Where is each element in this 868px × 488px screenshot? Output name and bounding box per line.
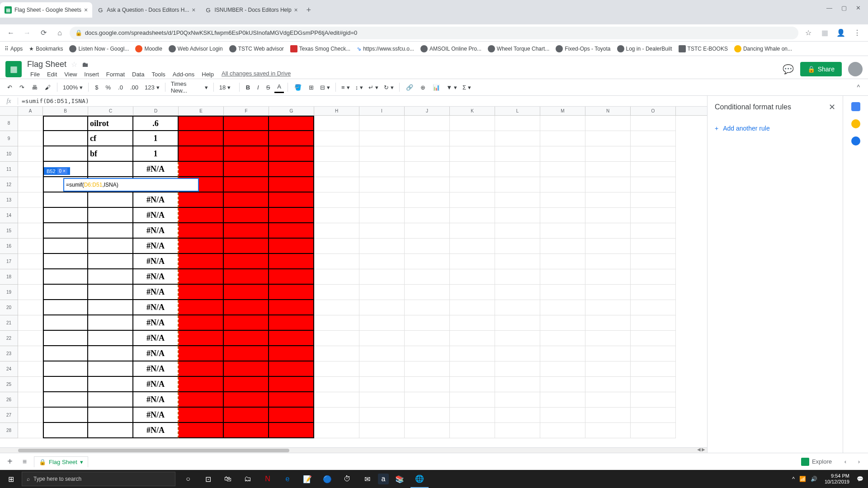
cell[interactable]: [314, 392, 359, 408]
cell[interactable]: [540, 131, 585, 146]
cell[interactable]: [179, 331, 224, 346]
cell[interactable]: [405, 239, 450, 254]
bookmark-item[interactable]: Dancing Whale on...: [734, 45, 792, 52]
cell[interactable]: [631, 146, 676, 162]
cell[interactable]: [540, 315, 585, 331]
cell[interactable]: [359, 331, 405, 346]
cell[interactable]: [269, 177, 314, 192]
cell[interactable]: #N/A: [133, 208, 179, 223]
cell[interactable]: [450, 285, 495, 300]
cell[interactable]: [88, 239, 133, 254]
cell[interactable]: [495, 392, 540, 408]
cell[interactable]: [224, 116, 269, 131]
row-header[interactable]: 15: [0, 223, 18, 239]
cell[interactable]: [269, 239, 314, 254]
cell[interactable]: [631, 254, 676, 269]
cell[interactable]: [43, 408, 88, 423]
sheets-logo-icon[interactable]: ▦: [5, 61, 22, 77]
cell[interactable]: [359, 208, 405, 223]
cell[interactable]: [224, 269, 269, 285]
cell[interactable]: [314, 423, 359, 438]
edge-icon[interactable]: e: [278, 470, 297, 488]
link-icon[interactable]: 🔗: [403, 82, 416, 93]
browser-tab[interactable]: G Ask a Question - Docs Editors H... ×: [92, 2, 200, 18]
cell[interactable]: [495, 423, 540, 438]
italic-icon[interactable]: I: [255, 82, 262, 93]
valign-icon[interactable]: ↕▾: [354, 83, 365, 92]
browser-tab[interactable]: G ISNUMBER - Docs Editors Help ×: [200, 2, 302, 18]
cell[interactable]: [495, 269, 540, 285]
cell[interactable]: [179, 131, 224, 146]
menu-data[interactable]: Data: [129, 70, 147, 79]
cell[interactable]: [450, 423, 495, 438]
cell[interactable]: cf: [88, 131, 133, 146]
cell[interactable]: [18, 146, 43, 162]
cell[interactable]: [43, 300, 88, 315]
cell[interactable]: [450, 408, 495, 423]
cell[interactable]: [43, 192, 88, 208]
cell[interactable]: [314, 223, 359, 239]
column-header[interactable]: D: [133, 107, 179, 115]
cell[interactable]: [405, 315, 450, 331]
cell[interactable]: [495, 146, 540, 162]
cell[interactable]: [540, 162, 585, 177]
row-header[interactable]: 25: [0, 377, 18, 392]
bold-icon[interactable]: B: [243, 82, 253, 93]
tray-chevron-icon[interactable]: ^: [792, 476, 795, 482]
apps-button[interactable]: ⠿Apps: [5, 46, 23, 52]
cell[interactable]: [405, 223, 450, 239]
column-header[interactable]: E: [179, 107, 224, 115]
cell[interactable]: [540, 192, 585, 208]
chrome-active-icon[interactable]: 🌐: [410, 470, 429, 488]
cell[interactable]: [450, 269, 495, 285]
cell[interactable]: [359, 269, 405, 285]
cell[interactable]: .6: [133, 116, 179, 131]
cell[interactable]: #N/A: [133, 192, 179, 208]
cell[interactable]: [43, 331, 88, 346]
cell[interactable]: [585, 223, 631, 239]
row-header[interactable]: 18: [0, 269, 18, 285]
cell[interactable]: [631, 346, 676, 361]
cell[interactable]: [88, 208, 133, 223]
cell[interactable]: #N/A: [133, 331, 179, 346]
cell[interactable]: [359, 300, 405, 315]
cell[interactable]: [540, 177, 585, 192]
cell[interactable]: [179, 269, 224, 285]
netflix-icon[interactable]: N: [259, 470, 277, 488]
cell[interactable]: [540, 239, 585, 254]
cell[interactable]: [359, 177, 405, 192]
cell[interactable]: [540, 146, 585, 162]
cell[interactable]: [405, 177, 450, 192]
bookmark-item[interactable]: Listen Now - Googl...: [69, 45, 129, 52]
cell[interactable]: [314, 377, 359, 392]
cell[interactable]: [88, 377, 133, 392]
cell[interactable]: [631, 331, 676, 346]
cell[interactable]: [18, 177, 43, 192]
reload-icon[interactable]: ⟳: [37, 27, 50, 39]
alarms-icon[interactable]: ⏱: [338, 470, 356, 488]
cell[interactable]: [585, 377, 631, 392]
amazon-icon[interactable]: a: [378, 474, 389, 484]
row-header[interactable]: 23: [0, 346, 18, 361]
cell[interactable]: [405, 346, 450, 361]
cell[interactable]: [88, 300, 133, 315]
cell[interactable]: [314, 254, 359, 269]
cell[interactable]: [405, 423, 450, 438]
tasks-icon[interactable]: [851, 136, 860, 145]
cell[interactable]: [269, 131, 314, 146]
cell[interactable]: [359, 408, 405, 423]
cell[interactable]: [450, 162, 495, 177]
filter-icon[interactable]: ▼▾: [444, 83, 459, 92]
cell[interactable]: [495, 208, 540, 223]
cell[interactable]: [631, 162, 676, 177]
bookmark-item[interactable]: TSTC Web advisor: [229, 45, 284, 52]
forward-icon[interactable]: →: [21, 27, 33, 39]
sheet-tab-active[interactable]: 🔒 Flag Sheet ▾: [34, 456, 88, 467]
cell[interactable]: [450, 300, 495, 315]
percent-icon[interactable]: %: [103, 82, 113, 93]
cell[interactable]: [405, 285, 450, 300]
formula-input[interactable]: =sumif(D6:D51,ISNA): [18, 98, 707, 104]
taskbar-search[interactable]: ⌕ Type here to search: [22, 472, 175, 486]
cell-editor[interactable]: =sumif(D6:D51,ISNA): [63, 178, 199, 192]
cell[interactable]: [495, 131, 540, 146]
